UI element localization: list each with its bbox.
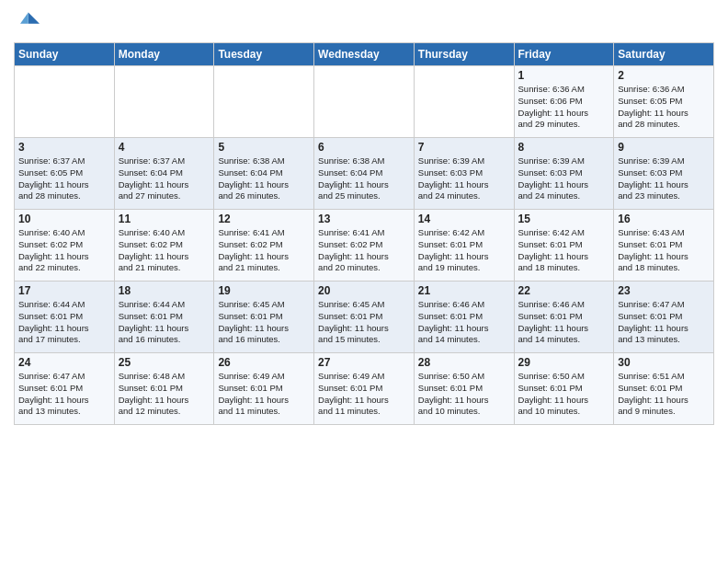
calendar-cell [314, 66, 415, 138]
day-number: 7 [418, 141, 510, 154]
calendar-cell: 18Sunrise: 6:44 AM Sunset: 6:01 PM Dayli… [114, 282, 214, 353]
day-number: 2 [618, 69, 710, 82]
calendar-week: 17Sunrise: 6:44 AM Sunset: 6:01 PM Dayli… [15, 282, 714, 353]
calendar-week: 24Sunrise: 6:47 AM Sunset: 6:01 PM Dayli… [15, 353, 714, 425]
calendar-cell: 8Sunrise: 6:39 AM Sunset: 6:03 PM Daylig… [514, 138, 614, 210]
calendar-cell: 29Sunrise: 6:50 AM Sunset: 6:01 PM Dayli… [514, 353, 614, 425]
day-info: Sunrise: 6:49 AM Sunset: 6:01 PM Dayligh… [218, 371, 310, 418]
day-info: Sunrise: 6:47 AM Sunset: 6:01 PM Dayligh… [18, 371, 110, 418]
header-day: Saturday [614, 43, 714, 66]
day-number: 18 [119, 284, 210, 297]
day-number: 3 [18, 141, 110, 154]
day-info: Sunrise: 6:45 AM Sunset: 6:01 PM Dayligh… [218, 299, 310, 346]
day-number: 25 [119, 356, 210, 369]
calendar-cell: 21Sunrise: 6:46 AM Sunset: 6:01 PM Dayli… [414, 282, 514, 353]
day-info: Sunrise: 6:44 AM Sunset: 6:01 PM Dayligh… [119, 299, 210, 346]
svg-marker-0 [28, 13, 40, 24]
calendar-cell [414, 66, 514, 138]
day-number: 28 [418, 356, 510, 369]
calendar-cell: 4Sunrise: 6:37 AM Sunset: 6:04 PM Daylig… [114, 138, 214, 210]
calendar-cell: 6Sunrise: 6:38 AM Sunset: 6:04 PM Daylig… [314, 138, 415, 210]
day-info: Sunrise: 6:38 AM Sunset: 6:04 PM Dayligh… [218, 155, 310, 202]
day-info: Sunrise: 6:36 AM Sunset: 6:06 PM Dayligh… [518, 84, 610, 131]
day-number: 11 [119, 213, 210, 225]
day-info: Sunrise: 6:37 AM Sunset: 6:05 PM Dayligh… [18, 155, 110, 202]
calendar-cell [15, 66, 115, 138]
day-info: Sunrise: 6:39 AM Sunset: 6:03 PM Dayligh… [518, 155, 610, 202]
svg-marker-1 [20, 13, 28, 24]
header-day: Tuesday [214, 43, 314, 66]
calendar-cell: 10Sunrise: 6:40 AM Sunset: 6:02 PM Dayli… [15, 210, 115, 282]
day-info: Sunrise: 6:41 AM Sunset: 6:02 PM Dayligh… [218, 227, 310, 274]
day-number: 15 [518, 213, 610, 225]
day-info: Sunrise: 6:37 AM Sunset: 6:04 PM Dayligh… [119, 155, 210, 202]
calendar-cell: 24Sunrise: 6:47 AM Sunset: 6:01 PM Dayli… [15, 353, 115, 425]
day-number: 27 [318, 356, 410, 369]
day-info: Sunrise: 6:44 AM Sunset: 6:01 PM Dayligh… [18, 299, 110, 346]
day-info: Sunrise: 6:39 AM Sunset: 6:03 PM Dayligh… [618, 155, 710, 202]
header-day: Sunday [15, 43, 115, 66]
calendar-week: 10Sunrise: 6:40 AM Sunset: 6:02 PM Dayli… [15, 210, 714, 282]
header-day: Monday [114, 43, 214, 66]
header-row: SundayMondayTuesdayWednesdayThursdayFrid… [15, 43, 714, 66]
day-info: Sunrise: 6:42 AM Sunset: 6:01 PM Dayligh… [418, 227, 510, 274]
day-info: Sunrise: 6:41 AM Sunset: 6:02 PM Dayligh… [318, 227, 410, 274]
day-number: 16 [618, 213, 710, 225]
header-day: Wednesday [314, 43, 415, 66]
day-info: Sunrise: 6:46 AM Sunset: 6:01 PM Dayligh… [418, 299, 510, 346]
day-number: 5 [218, 141, 310, 154]
day-number: 30 [618, 356, 710, 369]
calendar-cell: 14Sunrise: 6:42 AM Sunset: 6:01 PM Dayli… [414, 210, 514, 282]
day-number: 22 [518, 284, 610, 297]
day-number: 19 [218, 284, 310, 297]
page: SundayMondayTuesdayWednesdayThursdayFrid… [0, 0, 728, 563]
calendar-cell: 7Sunrise: 6:39 AM Sunset: 6:03 PM Daylig… [414, 138, 514, 210]
calendar-cell [114, 66, 214, 138]
calendar-cell: 30Sunrise: 6:51 AM Sunset: 6:01 PM Dayli… [614, 353, 714, 425]
day-number: 12 [218, 213, 310, 225]
calendar-cell: 5Sunrise: 6:38 AM Sunset: 6:04 PM Daylig… [214, 138, 314, 210]
day-info: Sunrise: 6:50 AM Sunset: 6:01 PM Dayligh… [418, 371, 510, 418]
calendar-cell: 16Sunrise: 6:43 AM Sunset: 6:01 PM Dayli… [614, 210, 714, 282]
day-number: 13 [318, 213, 410, 225]
day-number: 26 [218, 356, 310, 369]
calendar-week: 1Sunrise: 6:36 AM Sunset: 6:06 PM Daylig… [15, 66, 714, 138]
day-number: 20 [318, 284, 410, 297]
calendar-table: SundayMondayTuesdayWednesdayThursdayFrid… [14, 42, 714, 425]
calendar-cell: 9Sunrise: 6:39 AM Sunset: 6:03 PM Daylig… [614, 138, 714, 210]
calendar-cell: 3Sunrise: 6:37 AM Sunset: 6:05 PM Daylig… [15, 138, 115, 210]
calendar-cell: 15Sunrise: 6:42 AM Sunset: 6:01 PM Dayli… [514, 210, 614, 282]
day-number: 10 [18, 213, 110, 225]
day-info: Sunrise: 6:42 AM Sunset: 6:01 PM Dayligh… [518, 227, 610, 274]
day-info: Sunrise: 6:48 AM Sunset: 6:01 PM Dayligh… [119, 371, 210, 418]
day-number: 1 [518, 69, 610, 82]
day-info: Sunrise: 6:49 AM Sunset: 6:01 PM Dayligh… [318, 371, 410, 418]
day-info: Sunrise: 6:40 AM Sunset: 6:02 PM Dayligh… [119, 227, 210, 274]
calendar-cell: 22Sunrise: 6:46 AM Sunset: 6:01 PM Dayli… [514, 282, 614, 353]
calendar-cell: 17Sunrise: 6:44 AM Sunset: 6:01 PM Dayli… [15, 282, 115, 353]
day-number: 23 [618, 284, 710, 297]
calendar-cell: 1Sunrise: 6:36 AM Sunset: 6:06 PM Daylig… [514, 66, 614, 138]
day-number: 6 [318, 141, 410, 154]
day-number: 14 [418, 213, 510, 225]
calendar-cell: 2Sunrise: 6:36 AM Sunset: 6:05 PM Daylig… [614, 66, 714, 138]
day-info: Sunrise: 6:47 AM Sunset: 6:01 PM Dayligh… [618, 299, 710, 346]
day-info: Sunrise: 6:38 AM Sunset: 6:04 PM Dayligh… [318, 155, 410, 202]
calendar-cell: 28Sunrise: 6:50 AM Sunset: 6:01 PM Dayli… [414, 353, 514, 425]
day-info: Sunrise: 6:43 AM Sunset: 6:01 PM Dayligh… [618, 227, 710, 274]
calendar-cell: 11Sunrise: 6:40 AM Sunset: 6:02 PM Dayli… [114, 210, 214, 282]
calendar-cell: 19Sunrise: 6:45 AM Sunset: 6:01 PM Dayli… [214, 282, 314, 353]
header-day: Friday [514, 43, 614, 66]
header [14, 9, 714, 35]
day-number: 24 [18, 356, 110, 369]
calendar-cell: 20Sunrise: 6:45 AM Sunset: 6:01 PM Dayli… [314, 282, 415, 353]
day-number: 4 [119, 141, 210, 154]
day-info: Sunrise: 6:40 AM Sunset: 6:02 PM Dayligh… [18, 227, 110, 274]
day-info: Sunrise: 6:36 AM Sunset: 6:05 PM Dayligh… [618, 84, 710, 131]
header-day: Thursday [414, 43, 514, 66]
day-number: 17 [18, 284, 110, 297]
calendar-week: 3Sunrise: 6:37 AM Sunset: 6:05 PM Daylig… [15, 138, 714, 210]
calendar-cell: 27Sunrise: 6:49 AM Sunset: 6:01 PM Dayli… [314, 353, 415, 425]
day-info: Sunrise: 6:51 AM Sunset: 6:01 PM Dayligh… [618, 371, 710, 418]
calendar-cell: 26Sunrise: 6:49 AM Sunset: 6:01 PM Dayli… [214, 353, 314, 425]
